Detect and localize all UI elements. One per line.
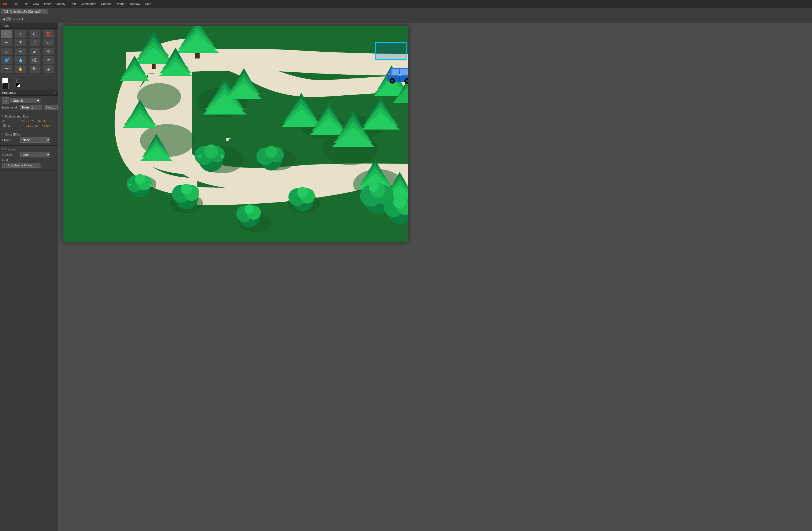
pencil-tool[interactable]: ✏: [15, 47, 26, 56]
x-value[interactable]: 762.75: [20, 119, 30, 122]
svg-rect-124: [392, 69, 399, 75]
y-value[interactable]: 62.75: [38, 119, 46, 122]
svg-point-128: [391, 79, 394, 82]
swap-colors-icon[interactable]: [16, 83, 20, 87]
svg-point-84: [265, 146, 277, 158]
menu-file[interactable]: File: [11, 1, 20, 6]
chevron-icon: ▾: [2, 115, 4, 118]
zoom-tool[interactable]: 🔍: [29, 65, 40, 73]
menu-debug[interactable]: Debug: [114, 1, 127, 6]
chevron-icon-3: ▾: [2, 147, 4, 151]
menu-help[interactable]: Help: [143, 1, 154, 6]
looping-section: ▾ Looping Options: Loop First: 1 Use Fra…: [0, 146, 58, 171]
back-arrow-icon[interactable]: ◀: [2, 17, 5, 21]
menu-insert[interactable]: Insert: [42, 1, 54, 6]
subselection-tool[interactable]: ⊹: [15, 30, 26, 38]
frame-picker-button[interactable]: Use Frame Picker...: [2, 163, 41, 168]
color-effect-title: ▾ Color Effect: [2, 133, 56, 136]
tab-filename: V2_Animation.fla (Canvas)*: [4, 10, 41, 13]
frame-picker-row: Use Frame Picker...: [2, 163, 56, 168]
menu-text[interactable]: Text: [68, 1, 78, 6]
fill-color-swatch[interactable]: [3, 83, 9, 89]
menu-modify[interactable]: Modify: [54, 1, 68, 6]
style-select[interactable]: None: [20, 137, 50, 143]
color-effect-section: ▾ Color Effect Style: None: [0, 131, 58, 146]
w-label: W:: [8, 124, 24, 127]
tools-grid: ↖ ⊹ ⬡ ⭕ ✒ T ╱ ⬭ ▭ ✏ 🖌 ⟳ 🪣 💧 ⌫ ≋ 📷 ✋ 🔍 ◈: [0, 29, 58, 74]
canvas-scene: ☛: [63, 26, 408, 241]
extra-tool-2[interactable]: ◈: [43, 65, 54, 73]
line-tool[interactable]: ╱: [29, 39, 40, 47]
svg-rect-24: [152, 64, 156, 69]
menu-bar: An File Edit View Insert Modify Text Com…: [0, 0, 812, 8]
eraser-tool[interactable]: ⌫: [29, 56, 40, 64]
hand-tool[interactable]: ✋: [15, 65, 26, 73]
menu-window[interactable]: Window: [127, 1, 142, 6]
car-selection-highlight: [375, 42, 407, 60]
first-label: First:: [2, 159, 18, 162]
tools-divider: [1, 75, 57, 75]
color-swatches: [0, 76, 58, 90]
menu-commands[interactable]: Commands: [78, 1, 98, 6]
tools-panel-header: Tools: [0, 23, 58, 29]
active-tab[interactable]: V2_Animation.fla (Canvas)* ×: [1, 9, 48, 14]
tab-close-button[interactable]: ×: [43, 10, 45, 13]
svg-point-101: [369, 182, 379, 192]
pen-tool[interactable]: ✒: [1, 39, 12, 47]
props-close-btn[interactable]: ×: [54, 91, 56, 94]
swap-button[interactable]: Swap...: [44, 105, 58, 110]
rect-tool[interactable]: ▭: [1, 47, 12, 56]
bucket-tool[interactable]: 🪣: [1, 56, 12, 64]
loop-options-select[interactable]: Loop: [20, 152, 50, 158]
symbol-section: ⊡ Graphic Instance of: Swap...: [0, 95, 58, 113]
props-collapse-btn[interactable]: –: [51, 91, 53, 94]
canvas-frame: ☛: [63, 26, 408, 241]
svg-rect-19: [195, 53, 200, 58]
selection-tool[interactable]: ↖: [1, 30, 12, 38]
position-size-title: ▾ Position and Size: [2, 115, 56, 118]
properties-header: Properties – ×: [0, 90, 58, 95]
menu-edit[interactable]: Edit: [20, 1, 30, 6]
symbol-type-row: ⊡ Graphic: [2, 97, 56, 104]
wh-row: ⛓ W: 93.10 H: 45.60: [2, 123, 56, 128]
first-row: First: 1: [2, 159, 56, 162]
link-proportions-icon[interactable]: ⛓: [2, 123, 6, 128]
shape-tool[interactable]: ⬭: [43, 39, 54, 47]
free-transform-tool[interactable]: ⬡: [29, 30, 40, 38]
no-color-swatch[interactable]: [16, 79, 20, 83]
properties-panel: Properties – × ⊡ Graphic Instance of:: [0, 90, 58, 171]
tab-bar: V2_Animation.fla (Canvas)* ×: [0, 8, 812, 15]
options-label: Options:: [2, 153, 18, 156]
h-value[interactable]: 45.60: [42, 124, 50, 127]
position-size-section: ▾ Position and Size X: 762.75 Y: 62.75 ⛓…: [0, 113, 58, 131]
camera-tool[interactable]: 📷: [1, 65, 12, 73]
rotate-tool[interactable]: ⟳: [43, 47, 54, 56]
menu-view[interactable]: View: [30, 1, 41, 6]
text-tool[interactable]: T: [15, 39, 26, 47]
width-tool[interactable]: ≋: [43, 56, 54, 64]
style-row: Style: None: [2, 137, 56, 143]
symbol-type-select[interactable]: Graphic: [10, 98, 41, 103]
eye-dropper-tool[interactable]: 💧: [15, 56, 26, 64]
instance-name-input[interactable]: [20, 105, 42, 110]
style-label: Style:: [2, 138, 18, 142]
options-row: Options: Loop: [2, 152, 56, 158]
stroke-color-swatch[interactable]: [2, 78, 8, 84]
first-value: 1: [20, 159, 22, 162]
brush-tool[interactable]: 🖌: [29, 47, 40, 56]
canvas-area[interactable]: ☛: [58, 23, 812, 531]
scene-label: Scene 1: [12, 17, 23, 21]
y-label: Y:: [31, 119, 37, 122]
tools-panel: Tools ↖ ⊹ ⬡ ⭕ ✒ T ╱ ⬭ ▭ ✏ 🖌 ⟳ 🪣 💧 ⌫ ≋ 📷 …: [0, 23, 58, 531]
properties-title: Properties: [2, 91, 16, 94]
svg-point-88: [181, 183, 192, 195]
w-value[interactable]: 93.10: [26, 124, 33, 127]
scene-icon: 🎬: [6, 17, 11, 21]
chevron-icon-2: ▾: [2, 133, 4, 136]
svg-point-133: [398, 74, 401, 76]
symbol-icon: ⊡: [2, 97, 9, 104]
x-row: X: 762.75 Y: 62.75: [2, 119, 56, 122]
menu-control[interactable]: Control: [99, 1, 113, 6]
svg-rect-125: [400, 69, 408, 75]
lasso-tool[interactable]: ⭕: [43, 30, 54, 38]
